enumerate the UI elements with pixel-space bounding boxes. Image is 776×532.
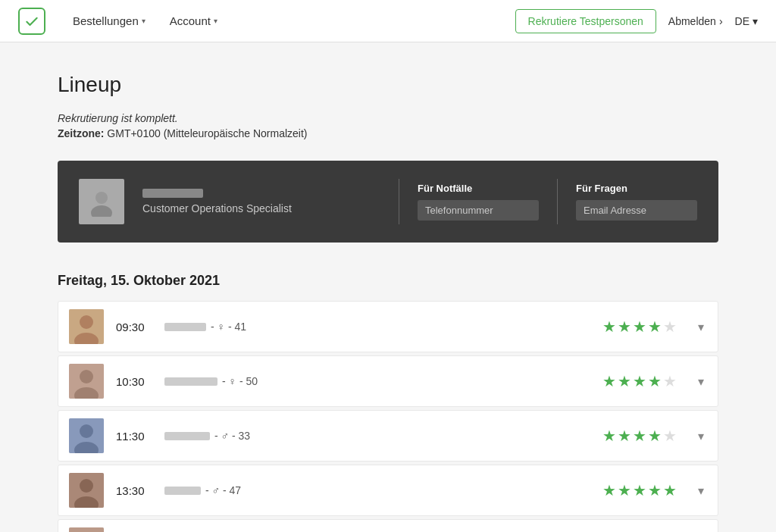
- logo[interactable]: [18, 8, 45, 35]
- nav-right: Rekrutiere Testpersonen Abmelden › DE ▾: [515, 9, 758, 33]
- participant-name-blurred: [164, 377, 217, 386]
- appointment-detail: - ♀ - 50: [222, 375, 258, 387]
- appointment-row: 10:30 - ♀ - 50 ★★★★★ ▾: [58, 355, 718, 407]
- star-filled-icon: ★: [602, 481, 616, 499]
- appointment-time: 11:30: [116, 430, 152, 443]
- star-filled-icon: ★: [648, 481, 662, 499]
- contact-card: Customer Operations Specialist Für Notfä…: [58, 161, 718, 243]
- appointment-dropdown[interactable]: ▾: [695, 317, 707, 337]
- date-section-title: Freitag, 15. Oktober 2021: [58, 273, 718, 289]
- abmelden-button[interactable]: Abmelden ›: [668, 15, 723, 27]
- star-empty-icon: ★: [663, 318, 677, 336]
- chevron-down-icon: ▾: [214, 17, 217, 25]
- divider2: [557, 179, 558, 224]
- chevron-down-icon: ▾: [753, 15, 758, 27]
- svg-point-2: [91, 205, 112, 217]
- svg-point-10: [80, 424, 93, 438]
- appointment-rating: ★★★★★: [602, 372, 677, 390]
- star-empty-icon: ★: [663, 372, 677, 390]
- appointment-info: - ♂ - 47: [164, 484, 590, 496]
- appointment-row: 13:30 - ♂ - 47 ★★★★★ ▾: [58, 465, 718, 516]
- star-filled-icon: ★: [618, 372, 631, 390]
- page-title: Lineup: [58, 73, 718, 97]
- appointment-dropdown[interactable]: ▾: [695, 371, 707, 392]
- star-filled-icon: ★: [633, 481, 646, 499]
- star-filled-icon: ★: [633, 318, 646, 336]
- appointment-avatar: [69, 473, 104, 508]
- timezone-info: Zeitzone: GMT+0100 (Mitteleuropäische No…: [58, 127, 718, 139]
- contact-name-blurred: [142, 189, 203, 198]
- questions-title: Für Fragen: [576, 183, 697, 194]
- questions-email-field: Email Adresse: [576, 200, 697, 221]
- contact-questions: Für Fragen Email Adresse: [576, 183, 697, 221]
- star-filled-icon: ★: [663, 481, 677, 499]
- contact-info: Customer Operations Specialist: [142, 189, 380, 214]
- star-filled-icon: ★: [602, 318, 616, 336]
- emergency-phone-field: Telefonnummer: [418, 200, 539, 221]
- appointment-avatar: [69, 364, 104, 399]
- svg-point-13: [80, 479, 93, 493]
- appointment-rating: ★★★★★: [602, 481, 677, 499]
- navigation: Bestellungen ▾ Account ▾ Rekrutiere Test…: [0, 0, 776, 42]
- chevron-right-icon: ›: [719, 15, 723, 27]
- star-filled-icon: ★: [648, 427, 662, 445]
- appointment-row: 11:30 - ♂ - 33 ★★★★★ ▾: [58, 410, 718, 462]
- star-filled-icon: ★: [602, 372, 616, 390]
- participant-name-blurred: [164, 432, 210, 440]
- appointment-detail: - ♀ - 41: [211, 321, 246, 333]
- appointment-avatar: [69, 527, 104, 532]
- appointment-detail: - ♂ - 33: [214, 430, 250, 442]
- svg-point-1: [95, 192, 108, 204]
- star-filled-icon: ★: [633, 427, 646, 445]
- main-content: Lineup Rekrutierung ist komplett. Zeitzo…: [39, 42, 737, 532]
- nav-account[interactable]: Account ▾: [161, 10, 227, 32]
- appointment-rating: ★★★★★: [602, 427, 677, 445]
- appointment-row: 14:30 - ♀ - 25 ★★★★★ ▾: [58, 519, 718, 532]
- nav-bestellungen[interactable]: Bestellungen ▾: [64, 10, 155, 32]
- appointment-time: 09:30: [116, 321, 152, 333]
- star-filled-icon: ★: [633, 372, 646, 390]
- star-filled-icon: ★: [648, 372, 662, 390]
- star-empty-icon: ★: [663, 427, 677, 445]
- star-filled-icon: ★: [648, 318, 662, 336]
- appointment-info: - ♀ - 50: [164, 375, 590, 387]
- appointment-detail: - ♂ - 47: [205, 484, 241, 496]
- star-filled-icon: ★: [602, 427, 616, 445]
- appointment-time: 10:30: [116, 375, 152, 388]
- divider: [399, 179, 399, 224]
- svg-point-4: [80, 315, 93, 329]
- appointment-rating: ★★★★★: [602, 318, 677, 336]
- chevron-down-icon: ▾: [142, 17, 146, 25]
- appointment-info: - ♀ - 41: [164, 321, 590, 333]
- language-selector[interactable]: DE ▾: [735, 15, 758, 27]
- appointment-avatar: [69, 309, 104, 344]
- appointment-time: 13:30: [116, 484, 152, 497]
- appointment-dropdown[interactable]: ▾: [695, 480, 707, 501]
- svg-rect-15: [69, 527, 104, 532]
- appointment-dropdown[interactable]: ▾: [695, 426, 707, 446]
- rekrutierung-status: Rekrutierung ist komplett.: [58, 112, 718, 124]
- emergency-title: Für Notfälle: [418, 183, 539, 194]
- recruit-button[interactable]: Rekrutiere Testpersonen: [515, 9, 656, 33]
- participant-name-blurred: [164, 487, 201, 495]
- appointment-list: 09:30 - ♀ - 41 ★★★★★ ▾ 10:30 - ♀ - 50 ★★…: [58, 301, 718, 532]
- appointment-row: 09:30 - ♀ - 41 ★★★★★ ▾: [58, 301, 718, 352]
- star-filled-icon: ★: [618, 481, 631, 499]
- contact-role: Customer Operations Specialist: [142, 202, 380, 214]
- appointment-avatar: [69, 418, 104, 453]
- participant-name-blurred: [164, 323, 206, 331]
- contact-emergency: Für Notfälle Telefonnummer: [418, 183, 539, 221]
- contact-avatar: [79, 179, 124, 224]
- svg-point-7: [80, 370, 93, 383]
- appointment-info: - ♂ - 33: [164, 430, 590, 442]
- star-filled-icon: ★: [618, 427, 631, 445]
- nav-links: Bestellungen ▾ Account ▾: [64, 10, 227, 32]
- star-filled-icon: ★: [618, 318, 631, 336]
